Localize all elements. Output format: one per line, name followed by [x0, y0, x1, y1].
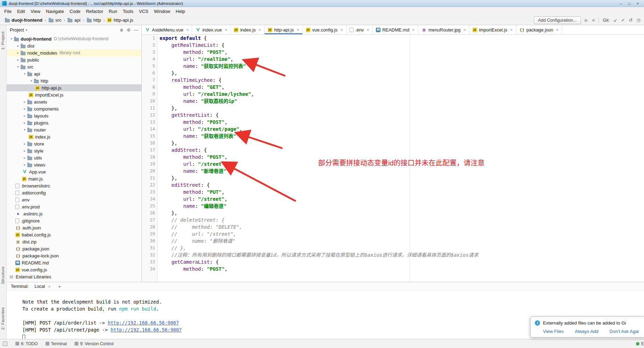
- menu-help[interactable]: Help: [173, 8, 188, 15]
- minimize-button[interactable]: –: [617, 1, 625, 6]
- tab-index.js[interactable]: JSindex.js×: [231, 25, 265, 34]
- line-number[interactable]: 1: [142, 35, 155, 42]
- stop-icon[interactable]: ■: [592, 17, 595, 23]
- line-number[interactable]: 5: [142, 63, 155, 70]
- code-line[interactable]: 14 url: "/street/page",: [142, 126, 644, 133]
- close-icon[interactable]: ×: [463, 27, 466, 33]
- tree-item-External Libraries[interactable]: ▤External Libraries: [7, 273, 141, 280]
- code-line[interactable]: 16 },: [142, 140, 644, 147]
- run-icon[interactable]: ▶: [585, 17, 588, 23]
- tree-item-dist.zip[interactable]: ▦dist.zip: [7, 238, 141, 245]
- notification-action[interactable]: Don't Ask Agai: [610, 329, 639, 334]
- code-line[interactable]: 9 url: "/realTime/lychee",: [142, 91, 644, 98]
- tree-item-.eslintrc.js[interactable]: ◆.eslintrc.js: [7, 210, 141, 217]
- status-Terminal[interactable]: Terminal: [42, 341, 71, 346]
- line-number[interactable]: 7: [142, 77, 155, 84]
- tree-item-package.json[interactable]: {}package.json: [7, 245, 141, 252]
- tree-item-App.vue[interactable]: VApp.vue: [7, 168, 141, 175]
- tree-item-dist[interactable]: ▸dist: [7, 42, 141, 49]
- chevron-down-icon[interactable]: ▾: [29, 79, 34, 83]
- code-line[interactable]: 8 method: "GET",: [142, 84, 644, 91]
- notification-action[interactable]: View Files: [543, 329, 564, 334]
- close-icon[interactable]: ×: [259, 27, 261, 33]
- code-line[interactable]: 33 getCameraList: {: [142, 258, 644, 265]
- line-number[interactable]: 2: [142, 42, 155, 49]
- tree-item-layouts[interactable]: ▸layouts: [7, 112, 141, 119]
- tree-item-http-api.js[interactable]: JShttp-api.js: [7, 84, 141, 91]
- line-number[interactable]: 14: [142, 126, 155, 133]
- line-number[interactable]: 25: [142, 203, 155, 209]
- menu-refactor[interactable]: Refactor: [83, 8, 106, 15]
- terminal-link[interactable]: http://192.168.66.56:9007: [108, 320, 179, 326]
- rollback-icon[interactable]: ↺: [629, 17, 633, 23]
- toolwindow-toggle-icon[interactable]: [3, 341, 7, 346]
- chevron-right-icon[interactable]: ▸: [15, 44, 21, 48]
- locate-icon[interactable]: ⊕: [120, 28, 123, 33]
- line-number[interactable]: 30: [142, 237, 155, 244]
- tree-item-plugins[interactable]: ▸plugins: [7, 119, 141, 126]
- chevron-right-icon[interactable]: ▸: [22, 163, 27, 166]
- line-number[interactable]: 8: [142, 84, 155, 91]
- code-line[interactable]: 5 name: "获取实时监控列表": [142, 63, 644, 70]
- line-number[interactable]: 24: [142, 196, 155, 203]
- code-line[interactable]: 10 name: "获取荔枝的ip": [142, 98, 644, 105]
- chevron-right-icon[interactable]: ▸: [22, 107, 27, 111]
- breadcrumb-item[interactable]: duoji-frontend: [4, 17, 44, 23]
- close-icon[interactable]: ×: [510, 27, 513, 33]
- chevron-right-icon[interactable]: ▸: [22, 142, 27, 145]
- chevron-right-icon[interactable]: ▸: [22, 156, 27, 159]
- close-button[interactable]: ×: [634, 1, 642, 6]
- menu-view[interactable]: View: [28, 8, 43, 15]
- tab-AsideMenu.vue[interactable]: VAsideMenu.vue×: [142, 25, 192, 34]
- tree-item-duoji-frontend[interactable]: ▾duoji-frontendD:\zheheWeb\duoji-fronten…: [7, 35, 141, 42]
- tree-item-components[interactable]: ▸components: [7, 105, 141, 112]
- chevron-down-icon[interactable]: ▾: [22, 72, 27, 76]
- tool-button-favorites[interactable]: 2: Favorites: [1, 307, 5, 330]
- line-number[interactable]: 16: [142, 140, 155, 147]
- tree-item-package-lock.json[interactable]: {}package-lock.json: [7, 252, 141, 259]
- code-line[interactable]: 27 // deleteStreet: {: [142, 216, 644, 223]
- chevron-right-icon[interactable]: ▸: [22, 121, 27, 125]
- line-number[interactable]: 6: [142, 70, 155, 77]
- line-number[interactable]: 22: [142, 182, 155, 189]
- tree-item-src[interactable]: ▾src: [7, 63, 141, 70]
- tree-item-views[interactable]: ▸views: [7, 161, 141, 168]
- code-line[interactable]: 7 realTimeLychee: {: [142, 77, 644, 84]
- code-line[interactable]: 17 addStreet: {: [142, 147, 644, 154]
- commit-icon[interactable]: ✔: [621, 17, 625, 23]
- code-line[interactable]: 22 editStreet: {: [142, 182, 644, 189]
- tree-item-vue.config.js[interactable]: JSvue.config.js: [7, 266, 141, 273]
- code-line[interactable]: 21 },: [142, 175, 644, 182]
- tab-README.md[interactable]: MREADME.md×: [373, 25, 418, 34]
- breadcrumb-item[interactable]: JShttp-api.js: [106, 17, 134, 23]
- gear-icon[interactable]: ⚙: [127, 28, 131, 33]
- tab-http-api.js[interactable]: JShttp-api.js×: [265, 25, 303, 34]
- code-editor[interactable]: 1export default {2 getRealTimeList: {3 m…: [142, 35, 644, 282]
- code-line[interactable]: 1export default {: [142, 35, 644, 42]
- line-number[interactable]: 20: [142, 168, 155, 175]
- line-number[interactable]: 29: [142, 230, 155, 237]
- chevron-down-icon[interactable]: ▾: [26, 28, 27, 32]
- tree-item-.env.prod[interactable]: .env.prod: [7, 203, 141, 210]
- breadcrumb-item[interactable]: api: [66, 17, 82, 23]
- chevron-right-icon[interactable]: ▸: [15, 51, 21, 55]
- status-9: Version Control[interactable]: 9: Version Control: [71, 341, 117, 346]
- chevron-right-icon[interactable]: ▸: [22, 100, 27, 104]
- menu-window[interactable]: Window: [151, 8, 173, 15]
- code-line[interactable]: 20 name: "新增巷道": [142, 168, 644, 175]
- line-number[interactable]: 33: [142, 258, 155, 265]
- tree-item-router[interactable]: ▾router: [7, 126, 141, 133]
- code-line[interactable]: 12 getStreetList: {: [142, 112, 644, 119]
- line-number[interactable]: 4: [142, 56, 155, 63]
- tab-vue.config.js[interactable]: JSvue.config.js×: [303, 25, 346, 34]
- menu-edit[interactable]: Edit: [14, 8, 28, 15]
- line-number[interactable]: 9: [142, 91, 155, 98]
- terminal-link[interactable]: http://192.168.66.56:9007: [111, 327, 182, 333]
- chevron-right-icon[interactable]: ▸: [22, 114, 27, 118]
- tree-item-store[interactable]: ▸store: [7, 140, 141, 147]
- close-icon[interactable]: ×: [556, 27, 559, 33]
- line-number[interactable]: 19: [142, 161, 155, 168]
- menu-tools[interactable]: Tools: [120, 8, 136, 15]
- hide-icon[interactable]: —: [134, 28, 138, 33]
- tree-item-.gitignore[interactable]: .gitignore: [7, 217, 141, 224]
